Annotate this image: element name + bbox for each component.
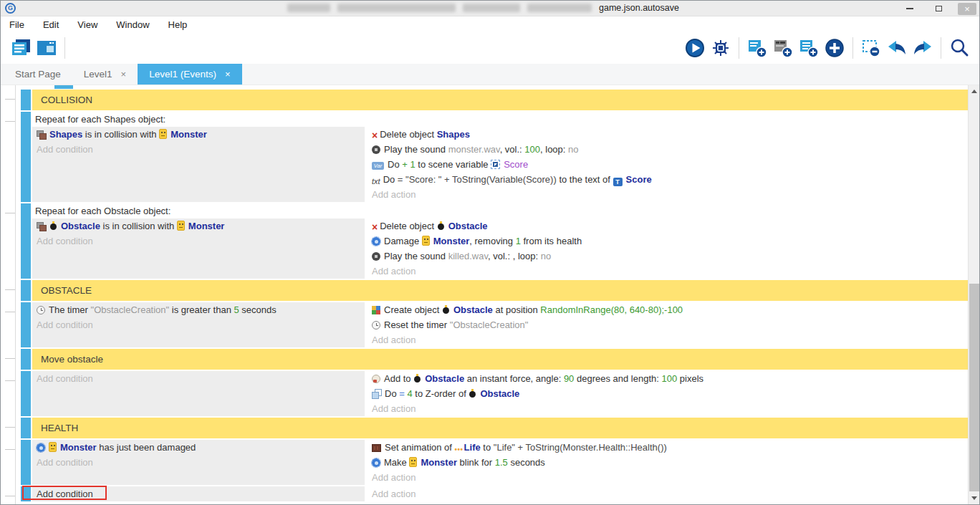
collision-icon	[37, 130, 46, 139]
group-header[interactable]: Move obstacle	[32, 349, 968, 370]
sound-icon	[372, 252, 380, 261]
group-header[interactable]: COLLISION	[32, 90, 968, 110]
tab-close-icon[interactable]: ×	[121, 69, 127, 80]
text-segment: 1.5	[495, 457, 508, 468]
add-action-button[interactable]: Add action	[368, 401, 968, 416]
event-handle[interactable]	[21, 371, 31, 416]
text-segment: Obstacle	[453, 304, 493, 315]
event-header[interactable]: Repeat for each Shapes object:	[32, 112, 968, 127]
minimize-button[interactable]	[900, 3, 919, 15]
add-condition-button[interactable]: Add condition	[32, 455, 365, 470]
text-segment: killed.wav	[448, 251, 488, 261]
text-segment: , loop:	[540, 144, 568, 155]
text-segment: Monster	[421, 457, 457, 468]
action-row[interactable]: Damage Monster, removing 1 from its heal…	[368, 234, 968, 249]
add-comment-icon[interactable]	[770, 36, 796, 60]
add-action-button[interactable]: Add action	[368, 187, 968, 202]
add-condition-button[interactable]: Add condition	[32, 486, 365, 501]
redacted-title-segment	[463, 4, 520, 12]
delete-icon: ×	[372, 220, 378, 235]
text-segment: seconds	[508, 457, 545, 468]
unselect-all-icon[interactable]	[858, 36, 884, 60]
event-handle[interactable]	[21, 203, 31, 279]
menu-file[interactable]: File	[8, 18, 26, 32]
close-button[interactable]: ×	[958, 3, 976, 15]
action-row[interactable]: Play the sound killed.wav, vol.: , loop:…	[368, 249, 968, 264]
action-row[interactable]: Play the sound monster.wav, vol.: 100, l…	[368, 142, 968, 157]
group-header[interactable]: OBSTACLE	[32, 280, 968, 301]
event-row: Repeat for each Obstacle object:Obstacle…	[21, 203, 968, 279]
event-handle[interactable]	[21, 280, 31, 301]
action-row[interactable]: ×Delete object Obstacle	[368, 218, 968, 234]
action-row[interactable]: VarDo + 1 to scene variable Score	[368, 157, 968, 172]
vertical-scrollbar[interactable]	[968, 85, 979, 504]
condition-row[interactable]: The timer "ObstacleCreation" is greater …	[32, 302, 365, 317]
action-row[interactable]: Add to Obstacle an instant force, angle:…	[368, 371, 968, 386]
action-row[interactable]: Set animation of •••Life to "Life" + ToS…	[368, 440, 968, 455]
text-segment: is greater than	[169, 304, 234, 315]
condition-row[interactable]: Shapes is in collision with Monster	[32, 127, 365, 142]
action-row[interactable]: Do = 4 to Z-order of Obstacle	[368, 386, 968, 401]
action-row[interactable]: Reset the timer "ObstacleCreation"	[368, 317, 968, 332]
actions-column: Create object Obstacle at position Rando…	[368, 302, 968, 347]
event-handle[interactable]	[21, 112, 31, 202]
play-icon[interactable]	[682, 36, 708, 60]
gdevelop-logo-icon: G	[5, 3, 16, 14]
add-condition-button[interactable]: Add condition	[32, 142, 365, 157]
scrollbar-thumb[interactable]	[969, 284, 979, 491]
add-subevent-icon[interactable]	[796, 36, 822, 60]
text-segment: degrees and length:	[574, 373, 661, 384]
menu-view[interactable]: View	[76, 18, 99, 32]
bomb-icon	[413, 374, 421, 383]
add-condition-button[interactable]: Add condition	[32, 317, 365, 332]
search-icon[interactable]	[946, 36, 972, 60]
event-handle[interactable]	[21, 418, 31, 438]
maximize-button[interactable]	[929, 3, 948, 15]
scroll-up-icon[interactable]	[971, 90, 977, 93]
event-header[interactable]: Repeat for each Obstacle object:	[32, 203, 968, 218]
scroll-down-icon[interactable]	[971, 496, 977, 500]
text-segment: 5	[234, 304, 239, 315]
text-segment: Set animation of	[385, 442, 455, 453]
add-condition-button[interactable]: Add condition	[32, 234, 365, 249]
add-action-button[interactable]: Add action	[368, 332, 968, 347]
menu-help[interactable]: Help	[167, 18, 189, 32]
menu-window[interactable]: Window	[115, 18, 150, 32]
event-handle[interactable]	[21, 349, 31, 370]
debug-icon[interactable]	[708, 36, 734, 60]
redo-icon[interactable]	[910, 36, 936, 60]
text-segment: no	[568, 144, 578, 155]
event-handle[interactable]	[21, 90, 31, 110]
condition-row[interactable]: Monster has just been damaged	[32, 440, 365, 455]
tab-start-page[interactable]: Start Page	[4, 64, 72, 85]
event-handle[interactable]	[21, 302, 31, 347]
add-action-button[interactable]: Add action	[368, 470, 968, 485]
event-handle[interactable]	[21, 440, 31, 485]
menu-edit[interactable]: Edit	[42, 18, 60, 32]
action-row[interactable]: Create object Obstacle at position Rando…	[368, 302, 968, 317]
undo-icon[interactable]	[884, 36, 910, 60]
group-header[interactable]: HEALTH	[32, 418, 968, 438]
redacted-title-segment	[527, 4, 592, 12]
bomb-icon	[469, 389, 476, 398]
action-row[interactable]: txtDo = "Score: " + ToString(Variable(Sc…	[368, 172, 968, 187]
conditions-column: The timer "ObstacleCreation" is greater …	[32, 302, 365, 347]
event-group-row: HEALTH	[21, 418, 968, 438]
add-action-button[interactable]: Add action	[368, 264, 968, 279]
add-new-icon[interactable]	[822, 36, 847, 60]
scenevar-icon	[491, 160, 500, 169]
scene-editor-icon[interactable]	[34, 36, 59, 60]
event-handle[interactable]	[21, 486, 31, 501]
events-sheet-icon[interactable]	[8, 36, 34, 60]
text-segment: no	[541, 251, 551, 261]
action-row[interactable]: ×Delete object Shapes	[368, 127, 968, 142]
text-segment: Shapes	[437, 129, 470, 140]
add-condition-button[interactable]: Add condition	[32, 371, 365, 386]
tab-close-icon[interactable]: ×	[225, 69, 231, 80]
add-event-icon[interactable]	[744, 36, 770, 60]
add-action-button[interactable]: Add action	[368, 486, 968, 501]
condition-row[interactable]: Obstacle is in collision with Monster	[32, 218, 365, 234]
tab-level1[interactable]: Level1 ×	[72, 64, 138, 85]
action-row[interactable]: Make Monster blink for 1.5 seconds	[368, 455, 968, 470]
tab-level1-events[interactable]: Level1 (Events) ×	[138, 64, 241, 85]
